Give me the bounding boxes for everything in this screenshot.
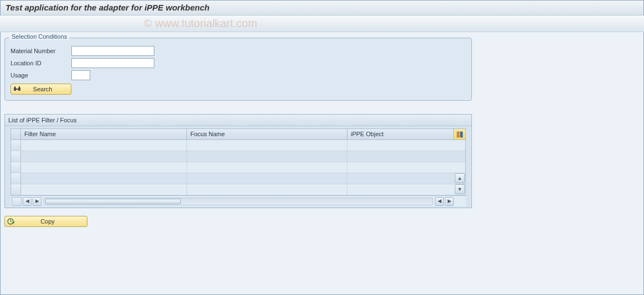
table-row[interactable] <box>11 184 465 195</box>
search-button[interactable]: Search <box>11 84 71 95</box>
usage-row: Usage <box>11 70 466 80</box>
row-selector[interactable] <box>11 140 21 151</box>
ippe-filter-focus-list: List of iPPE Filter / Focus Filter Name … <box>4 114 472 208</box>
svg-rect-5 <box>457 132 459 137</box>
alv-column-config-button[interactable] <box>453 129 465 139</box>
cell-focus-name <box>187 140 347 151</box>
scroll-down-button[interactable]: ▼ <box>455 184 465 194</box>
triangle-down-icon: ▼ <box>458 187 463 192</box>
material-number-label: Material Number <box>11 48 71 54</box>
table-config-icon <box>456 131 463 138</box>
alv-select-all-cell[interactable] <box>11 129 21 139</box>
cell-filter-name <box>21 140 187 151</box>
alv-title: List of iPPE Filter / Focus <box>5 115 471 126</box>
location-id-label: Location ID <box>11 60 71 66</box>
horizontal-scrollbar[interactable]: ◀ ▶ ◀ ▶ <box>11 195 466 206</box>
svg-rect-2 <box>16 89 18 90</box>
scroll-right-button[interactable]: ▶ <box>445 197 454 206</box>
row-selector[interactable] <box>11 162 21 173</box>
svg-rect-0 <box>14 87 16 91</box>
vertical-scrollbar[interactable]: ▲ ▼ <box>455 141 466 194</box>
table-row[interactable] <box>11 140 465 151</box>
location-id-row: Location ID <box>11 58 466 68</box>
svg-rect-3 <box>14 86 15 87</box>
selection-conditions-title: Selection Conditions <box>9 33 69 40</box>
table-row[interactable] <box>11 162 465 173</box>
search-button-label: Search <box>20 86 65 92</box>
content-area: Selection Conditions Material Number Loc… <box>0 32 644 232</box>
usage-label: Usage <box>11 72 71 79</box>
watermark-text: © www.tutorialkart.com <box>144 17 257 30</box>
alv-body <box>11 140 466 195</box>
scroll-right-page-button[interactable]: ◀ <box>435 197 444 206</box>
copy-button[interactable]: Copy <box>4 216 87 227</box>
row-selector[interactable] <box>11 184 21 195</box>
scroll-left-button[interactable]: ◀ <box>23 197 32 206</box>
table-row[interactable] <box>11 173 465 184</box>
hscroll-track[interactable] <box>44 198 433 205</box>
page-title-bar: Test application for the adapter for iPP… <box>0 0 644 15</box>
scroll-up-button[interactable]: ▲ <box>455 173 465 183</box>
scroll-left-page-button[interactable]: ▶ <box>33 197 41 206</box>
triangle-left-icon: ◀ <box>25 199 29 204</box>
column-header-ippe-object[interactable]: iPPE Object <box>347 129 453 139</box>
cell-ippe-object <box>347 140 453 151</box>
column-header-focus-name[interactable]: Focus Name <box>187 129 347 139</box>
row-selector[interactable] <box>11 151 21 162</box>
selection-conditions-group: Selection Conditions Material Number Loc… <box>4 38 472 101</box>
triangle-up-icon: ▲ <box>458 176 463 181</box>
page-title: Test application for the adapter for iPP… <box>6 3 210 12</box>
alv-grid: Filter Name Focus Name iPPE Object <box>5 126 471 208</box>
table-row[interactable] <box>11 151 465 162</box>
material-number-row: Material Number <box>11 46 466 56</box>
copy-button-label: Copy <box>14 218 81 225</box>
column-header-filter-name[interactable]: Filter Name <box>21 129 187 139</box>
triangle-left-icon: ◀ <box>438 199 442 204</box>
application-toolbar: © www.tutorialkart.com <box>0 15 644 32</box>
usage-input[interactable] <box>71 70 90 80</box>
location-id-input[interactable] <box>71 58 154 68</box>
row-selector[interactable] <box>11 173 21 184</box>
alv-header-row: Filter Name Focus Name iPPE Object <box>11 128 466 140</box>
material-number-input[interactable] <box>71 46 154 56</box>
svg-rect-6 <box>460 132 463 137</box>
hscroll-thumb[interactable] <box>45 199 181 204</box>
hscroll-corner <box>12 197 22 206</box>
triangle-right-icon: ▶ <box>35 199 39 204</box>
triangle-right-icon: ▶ <box>448 199 451 204</box>
